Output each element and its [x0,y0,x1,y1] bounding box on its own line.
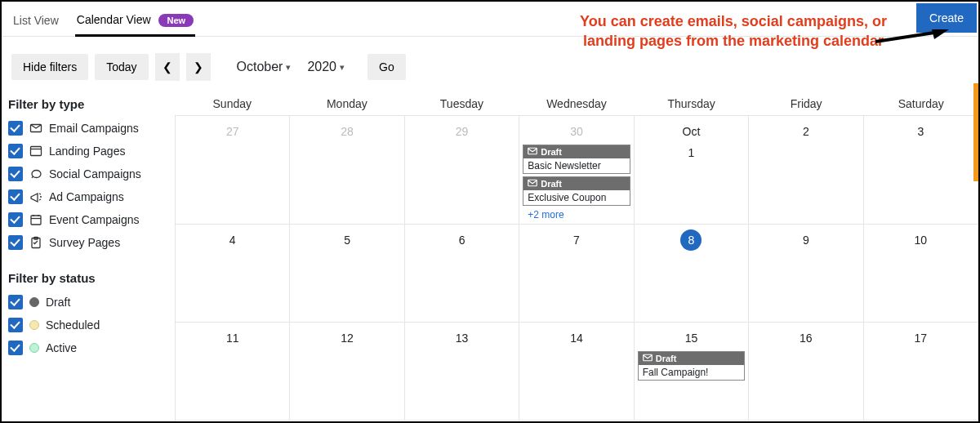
day-number: 13 [452,327,473,349]
day-header: Wednesday [519,97,635,110]
hide-filters-button[interactable]: Hide filters [11,54,88,80]
day-number: 28 [336,121,358,142]
calendar-cell[interactable]: 5 [290,225,404,323]
calendar-cell[interactable]: 9 [749,225,863,323]
calendar-cell[interactable]: 12 [290,323,404,421]
month-select[interactable]: October ▾ [232,55,296,79]
calendar-event[interactable]: Draft Basic Newsletter [523,145,630,174]
chevron-down-icon: ▾ [340,62,345,73]
calendar-event[interactable]: Draft Exclusive Coupon [523,176,630,206]
filter-status-heading: Filter by status [8,271,168,285]
day-number: 27 [222,121,243,142]
status-dot-scheduled-icon [29,320,39,330]
filter-status-draft[interactable]: Draft [8,295,168,309]
filter-event-campaigns[interactable]: Event Campaigns [8,212,168,227]
chevron-right-icon: ❯ [194,60,203,73]
calendar-cell[interactable]: 27 [176,116,290,225]
day-number: 7 [566,229,587,251]
tab-list-view[interactable]: List View [11,9,60,35]
calendar-cell[interactable]: 7 [519,225,634,323]
calendar-cell[interactable]: 2 [749,116,863,225]
calendar-cell[interactable]: 16 [749,323,863,421]
filter-label: Event Campaigns [49,213,140,226]
calendar-cell[interactable]: 13 [405,323,519,421]
next-month-button[interactable]: ❯ [186,53,211,81]
browser-icon [29,145,42,158]
filters-sidebar: Filter by type Email Campaigns Landing P… [2,92,175,423]
checkbox[interactable] [8,167,23,181]
chevron-left-icon: ❮ [163,60,172,73]
calendar-cell-today[interactable]: 8 [635,225,749,323]
svg-rect-11 [528,148,537,154]
filter-status-scheduled[interactable]: Scheduled [8,318,168,332]
filter-label: Scheduled [46,318,100,332]
svg-rect-13 [643,354,652,361]
month-label: October [237,60,283,74]
day-number: 5 [336,229,358,251]
filter-ad-campaigns[interactable]: Ad Campaigns [8,189,168,204]
status-dot-active-icon [29,343,39,353]
event-title: Basic Newsletter [523,158,629,173]
calendar-cell[interactable]: 11 [176,323,290,421]
calendar-cell[interactable]: 29 [405,116,519,225]
calendar-cell[interactable]: 10 [864,225,978,323]
filter-landing-pages[interactable]: Landing Pages [8,144,168,158]
day-number: 30 [566,121,587,142]
create-button[interactable]: Create [916,3,977,33]
filter-status-active[interactable]: Active [8,341,168,355]
tab-calendar-view[interactable]: Calendar View New [75,8,195,37]
year-select[interactable]: 2020 ▾ [302,55,350,79]
checkbox[interactable] [8,144,23,158]
status-dot-draft-icon [29,297,39,307]
svg-rect-12 [528,180,537,186]
day-header: Saturday [863,97,978,110]
checkbox[interactable] [8,212,23,227]
event-status: Draft [541,147,562,157]
day-number: 11 [222,327,243,349]
filter-social-campaigns[interactable]: Social Campaigns [8,167,168,181]
calendar-cell[interactable]: 6 [405,225,519,323]
clipboard-icon [29,236,42,249]
today-button[interactable]: Today [95,54,148,80]
calendar-cell[interactable]: 17 [864,323,978,421]
filter-label: Landing Pages [49,145,125,158]
calendar-cell[interactable]: 30 Draft Basic Newsletter [519,116,634,225]
calendar-cell[interactable]: 28 [290,116,404,225]
filter-label: Active [46,341,77,354]
svg-rect-3 [31,147,42,156]
calendar-event[interactable]: Draft Fall Campaign! [638,351,745,381]
day-number: 4 [222,229,243,251]
day-number: 14 [566,327,587,349]
checkbox[interactable] [8,235,23,250]
go-button[interactable]: Go [368,54,406,80]
more-events-link[interactable]: +2 more [523,206,630,220]
day-header: Thursday [634,97,749,110]
filter-label: Survey Pages [49,236,120,249]
calendar: Sunday Monday Tuesday Wednesday Thursday… [175,92,978,423]
calendar-cell[interactable]: 14 [519,323,634,421]
checkbox[interactable] [8,295,23,309]
calendar-cell[interactable]: 3 [864,116,978,225]
calendar-cell[interactable]: 15 Draft Fall Campaign! [635,323,749,421]
checkbox[interactable] [8,341,23,355]
filter-survey-pages[interactable]: Survey Pages [8,235,168,250]
day-number: Oct 1 [680,121,702,142]
day-header: Friday [749,97,864,110]
calendar-cell[interactable]: 4 [176,225,290,323]
prev-month-button[interactable]: ❮ [155,53,180,81]
checkbox[interactable] [8,189,23,204]
tab-calendar-label: Calendar View [77,13,151,26]
filter-email-campaigns[interactable]: Email Campaigns [8,121,168,136]
checkbox[interactable] [8,121,23,136]
calendar-cell[interactable]: Oct 1 [635,116,749,225]
filter-type-heading: Filter by type [8,97,168,111]
event-title: Fall Campaign! [639,365,744,380]
event-status: Draft [656,354,677,363]
envelope-icon [29,122,42,135]
day-header: Sunday [175,97,290,110]
scroll-indicator[interactable] [973,83,978,181]
day-header: Tuesday [404,97,519,110]
day-number: 3 [910,121,931,142]
day-number: 17 [910,327,931,349]
checkbox[interactable] [8,318,23,332]
